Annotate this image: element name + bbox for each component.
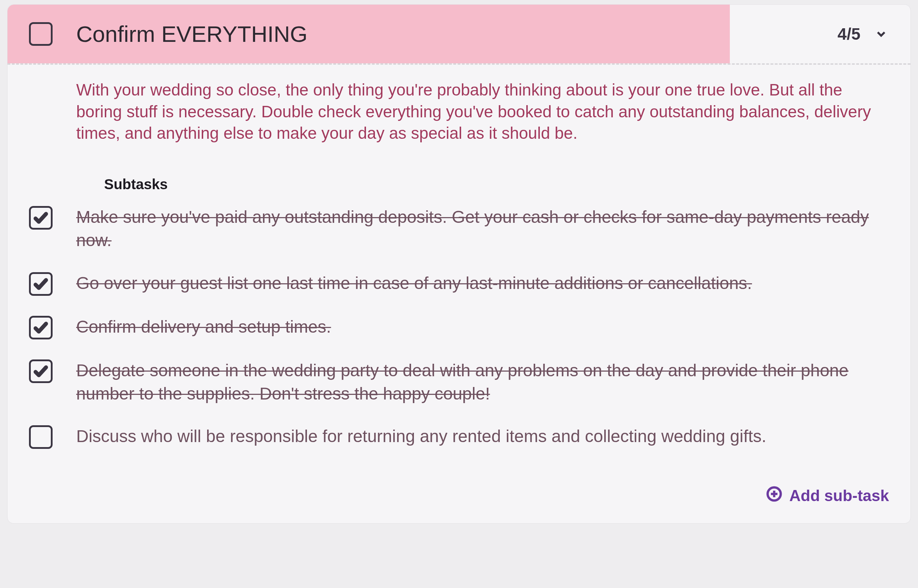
subtask-row: Confirm delivery and setup times. [29,315,889,339]
subtask-checkbox[interactable] [29,425,53,449]
subtask-checkbox[interactable] [29,359,53,383]
subtask-row: Make sure you've paid any outstanding de… [29,205,889,252]
subtasks-list: Make sure you've paid any outstanding de… [29,205,889,449]
subtask-text: Delegate someone in the wedding party to… [76,359,889,405]
task-progress-counter: 4/5 [837,24,860,44]
subtask-checkbox[interactable] [29,316,53,339]
task-description: With your wedding so close, the only thi… [76,79,882,144]
subtask-row: Delegate someone in the wedding party to… [29,359,889,405]
subtask-text: Go over your guest list one last time in… [76,271,752,295]
subtasks-heading: Subtasks [104,176,889,192]
subtask-text: Discuss who will be responsible for retu… [76,425,766,448]
task-body: With your wedding so close, the only thi… [8,65,910,475]
chevron-down-icon[interactable] [873,26,889,42]
subtask-text: Make sure you've paid any outstanding de… [76,205,889,252]
subtask-row: Discuss who will be responsible for retu… [29,425,889,449]
task-checkbox[interactable] [29,22,53,46]
plus-circle-icon [766,486,782,506]
subtask-checkbox[interactable] [29,272,53,296]
task-card: Confirm EVERYTHING 4/5 With your wedding… [7,4,911,523]
add-subtask-label: Add sub-task [789,487,889,505]
add-subtask-button[interactable]: Add sub-task [766,486,889,506]
subtask-checkbox[interactable] [29,206,53,229]
subtask-row: Go over your guest list one last time in… [29,271,889,296]
task-title: Confirm EVERYTHING [76,21,837,47]
add-subtask-row: Add sub-task [8,475,910,523]
subtask-text: Confirm delivery and setup times. [76,315,331,338]
task-header-content: Confirm EVERYTHING 4/5 [8,5,910,63]
task-header: Confirm EVERYTHING 4/5 [8,5,910,63]
